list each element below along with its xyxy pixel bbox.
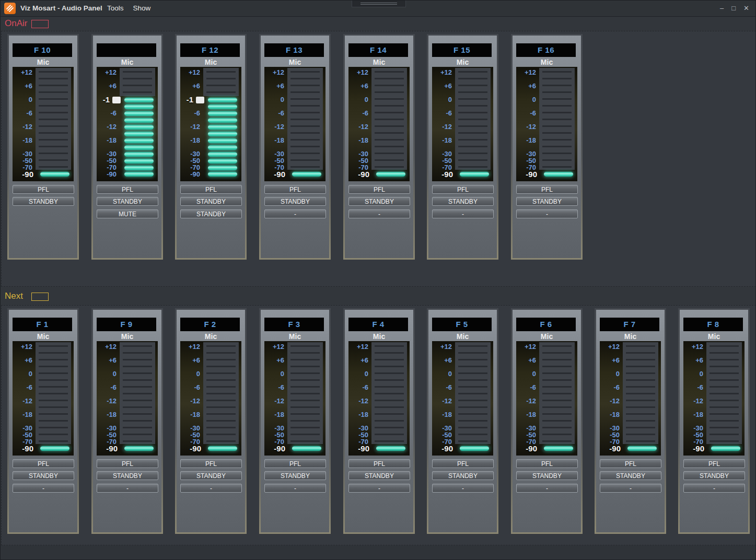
assign-button[interactable]: - [516, 484, 578, 493]
meter-scale-label: -18 [348, 411, 368, 418]
channel-source-label: Mic [91, 58, 163, 66]
assign-button[interactable]: - [600, 484, 661, 493]
standby-button[interactable]: STANDBY [516, 471, 578, 480]
meter-scale-label: -12 [516, 398, 536, 405]
standby-button[interactable]: STANDBY [13, 471, 74, 480]
meter-tick [458, 379, 487, 381]
meter-scale-label: -18 [600, 411, 620, 418]
standby-button[interactable]: STANDBY [180, 471, 242, 480]
pfl-button[interactable]: PFL [264, 185, 326, 194]
meter-tick [39, 345, 68, 347]
titlebar-grip[interactable] [352, 1, 406, 7]
standby-button[interactable]: STANDBY [97, 197, 158, 206]
assign-button[interactable]: - [97, 484, 158, 493]
meter-scale-label: +12 [432, 343, 452, 351]
standby-button[interactable]: STANDBY [683, 471, 745, 480]
standby-button[interactable]: STANDBY [180, 197, 242, 206]
pfl-button[interactable]: PFL [180, 185, 242, 194]
standby-button[interactable]: STANDBY [432, 197, 494, 206]
assign-button[interactable]: - [432, 209, 494, 218]
meter-tick [542, 85, 572, 86]
menu-bar: Tools Show [107, 1, 150, 16]
maximize-icon[interactable]: □ [731, 1, 736, 16]
meter-tick [710, 393, 739, 394]
meter-tick [39, 78, 68, 79]
meter-tick [458, 119, 487, 120]
meter-tick [375, 372, 404, 374]
pfl-button[interactable]: PFL [516, 185, 578, 194]
pfl-button[interactable]: PFL [97, 185, 158, 194]
level-bar [124, 98, 154, 102]
assign-button[interactable]: - [264, 209, 326, 218]
onair-label: OnAir [5, 18, 27, 29]
level-readout: -90 [348, 445, 369, 453]
standby-button[interactable]: STANDBY [348, 197, 410, 206]
meter-tick [39, 372, 68, 374]
channel-name: F 2 [180, 318, 240, 331]
menu-tools[interactable]: Tools [107, 1, 124, 16]
assign-button[interactable]: - [348, 209, 410, 218]
meter-tick [206, 359, 236, 360]
standby-button[interactable]: STANDBY [264, 471, 326, 480]
assign-button[interactable]: - [348, 484, 410, 493]
meter-scale-label: -12 [264, 123, 284, 131]
peak-indicator [196, 97, 204, 103]
level-meter: +12+60-6-12-18-30-50-70-90 [432, 341, 493, 456]
pfl-button[interactable]: PFL [13, 185, 74, 194]
pfl-button[interactable]: PFL [348, 185, 410, 194]
meter-tick [290, 372, 320, 374]
mute-button[interactable]: MUTE [97, 209, 158, 218]
pfl-button[interactable]: PFL [432, 459, 494, 468]
assign-button[interactable]: - [516, 209, 578, 218]
close-icon[interactable]: ✕ [743, 1, 749, 16]
menu-show[interactable]: Show [133, 1, 151, 16]
pfl-button[interactable]: PFL [13, 459, 74, 468]
assign-button[interactable]: - [432, 484, 494, 493]
assign-button[interactable]: - [683, 484, 745, 493]
meter-tick [290, 146, 320, 147]
pfl-button[interactable]: PFL [432, 185, 494, 194]
level-bar [208, 159, 237, 164]
standby-button[interactable]: STANDBY [180, 209, 242, 218]
level-meter: +12+60-6-12-18-30-50-70-90 [600, 341, 661, 456]
meter-tick [39, 434, 68, 435]
standby-button[interactable]: STANDBY [13, 197, 74, 206]
level-meter: +12+60-6-12-18-30-50-70-90 [683, 341, 745, 456]
standby-button[interactable]: STANDBY [600, 471, 661, 480]
meter-tick [375, 132, 404, 134]
meter-tick [458, 166, 487, 168]
pfl-button[interactable]: PFL [348, 459, 410, 468]
pfl-button[interactable]: PFL [180, 459, 242, 468]
pfl-button[interactable]: PFL [97, 459, 158, 468]
meter-tick [206, 372, 236, 374]
pfl-button[interactable]: PFL [683, 459, 745, 468]
meter-tick [626, 345, 655, 347]
meter-tick [123, 386, 152, 388]
meter-scale-label: -12 [13, 123, 32, 131]
pfl-button[interactable]: PFL [600, 459, 661, 468]
pfl-button[interactable]: PFL [516, 459, 578, 468]
channel-strip: F 2Mic+12+60-6-12-18-30-50-70-90PFLSTAND… [175, 308, 247, 534]
assign-button[interactable]: - [264, 484, 326, 493]
level-bar [208, 132, 237, 136]
channel-strip: F 12Mic+12+60-6-12-18-30-50-70-90-1PFLST… [175, 34, 247, 260]
meter-scale-label: -18 [180, 137, 200, 144]
meter-tick [375, 352, 404, 354]
assign-button[interactable]: - [180, 484, 242, 493]
level-meter: +12+60-6-12-18-30-50-70-90 [516, 341, 577, 456]
meter-tick [290, 400, 320, 401]
meter-tick [39, 159, 68, 161]
standby-button[interactable]: STANDBY [97, 471, 158, 480]
standby-button[interactable]: STANDBY [264, 197, 326, 206]
standby-button[interactable]: STANDBY [348, 471, 410, 480]
pfl-button[interactable]: PFL [264, 459, 326, 468]
meter-tick [290, 420, 320, 422]
meter-scale-label: -18 [516, 137, 536, 144]
standby-button[interactable]: STANDBY [516, 197, 578, 206]
assign-button[interactable]: - [13, 484, 74, 493]
meter-ticks [539, 68, 575, 170]
meter-scale-label: -12 [348, 398, 368, 405]
minimize-icon[interactable]: – [720, 1, 724, 16]
standby-button[interactable]: STANDBY [432, 471, 494, 480]
channel-strip: F 10Mic+12+60-6-12-18-30-50-70-90PFLSTAN… [7, 34, 79, 260]
